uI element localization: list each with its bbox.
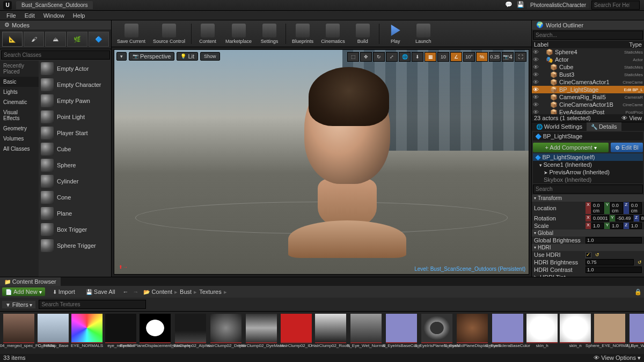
category-geometry[interactable]: Geometry [0, 123, 39, 134]
reset-icon[interactable]: ↺ [595, 252, 599, 257]
coord-space-icon[interactable]: 🌐 [399, 52, 411, 62]
outliner-row[interactable]: 👁📦BP_LightStageEdit BP_L [532, 86, 644, 93]
blueprints-button[interactable]: Blueprints [289, 21, 317, 46]
actor-box-trigger[interactable]: Box Trigger [39, 221, 111, 238]
actor-point-light[interactable]: Point Light [39, 109, 111, 125]
rot-y[interactable]: -50.49 [616, 215, 633, 221]
scene-tab[interactable]: Bust_ScanScene_Outdoors [16, 1, 93, 9]
asset-item[interactable]: S_EyeMidPlaneDisplacement [456, 314, 489, 352]
actor-player-start[interactable]: Player Start [39, 125, 111, 141]
asset-item[interactable]: S_Eye_Wet_Normal [349, 314, 383, 352]
add-component-button[interactable]: + Add Component ▾ [533, 143, 609, 152]
outliner-row[interactable]: 👁📦Bust3StaticMes [532, 71, 644, 78]
outliner-row[interactable]: 👁📦CubeStaticMes [532, 63, 644, 71]
asset-item[interactable]: CH2_exp04_merged_spec_FC_FINAL [2, 314, 35, 352]
angle-snap-value[interactable]: 10° [463, 52, 475, 62]
outliner-search[interactable] [533, 31, 643, 40]
viewport-dropdown[interactable]: ▾ [116, 52, 127, 61]
breadcrumb[interactable]: 📂Content▸Bust▸Textures▸ [143, 289, 227, 295]
asset-item[interactable]: S_EyeIrisBaseColor [385, 314, 418, 352]
tab-details[interactable]: 🔧 Details [587, 122, 621, 131]
actor-cube[interactable]: Cube [39, 141, 111, 157]
tab-world-settings[interactable]: 🌐 World Settings [532, 122, 587, 131]
show-button[interactable]: Show [200, 52, 220, 61]
menu-file[interactable]: File [2, 12, 20, 19]
world-outliner-tab[interactable]: 🌍World Outliner [532, 20, 644, 29]
outliner-row[interactable]: 👁📦EyeAdaptionPostPostProc [532, 108, 644, 114]
add-new-button[interactable]: 📄 Add New ▾ [2, 287, 45, 296]
asset-item[interactable]: Sphere_EYE_NORMALS [593, 314, 626, 352]
foliage-mode-icon[interactable]: 🌿 [67, 32, 87, 47]
place-mode-icon[interactable]: 📐 [2, 32, 23, 47]
component-item[interactable]: ➤ PrevisArrow (Inherited) [533, 168, 643, 176]
viewport-maximize-icon[interactable]: ⛶ [515, 52, 526, 62]
build-button[interactable]: Build [349, 21, 376, 46]
asset-item[interactable]: HairClump02_Alpha [174, 314, 207, 352]
asset-item[interactable]: CubeMap_Base [38, 314, 69, 352]
search-textures-input[interactable] [39, 300, 146, 309]
filters-button[interactable]: ▼ Filters ▾ [2, 301, 35, 308]
transform-move-icon[interactable]: ✥ [360, 52, 372, 62]
category-basic[interactable]: Basic [0, 77, 39, 87]
asset-item[interactable]: EyeMidPlaneDisplacement_Example [138, 314, 172, 352]
play-button[interactable]: Play [382, 21, 409, 46]
category-all-classes[interactable]: All Classes [0, 144, 39, 154]
edit-blueprint-button[interactable]: ⚙ Edit Bl [611, 143, 643, 152]
import-button[interactable]: ⬇ Import [49, 287, 78, 296]
geometry-mode-icon[interactable]: 🔷 [89, 32, 109, 47]
transform-rotate-icon[interactable]: ↻ [373, 52, 385, 62]
rot-z[interactable]: 82.786 [640, 215, 644, 221]
lock-icon[interactable]: 🔒 [634, 289, 642, 295]
actor-sphere[interactable]: Sphere [39, 157, 111, 173]
scale-x[interactable]: 1.0 [591, 223, 604, 229]
crumb-content[interactable]: Content [152, 289, 173, 295]
viewport[interactable]: ▾ 📷 Perspective 💡 Lit Show ⬚ ✥ ↻ ⤢ 🌐 ⬇ ▦… [114, 49, 529, 275]
component-item[interactable]: Skybox (Inherited) [533, 176, 643, 183]
details-search[interactable] [533, 184, 643, 194]
component-root[interactable]: 🔷 BP_LightStage(self) [533, 153, 643, 161]
outliner-row[interactable]: 👁🎭ActorActor [532, 56, 644, 63]
view-options-button[interactable]: 👁 View Options ▾ [594, 354, 641, 361]
crumb-bust[interactable]: Bust [180, 289, 192, 295]
asset-item[interactable]: HairClump02_ID [280, 314, 312, 352]
modes-tab[interactable]: ⚙Modes [0, 20, 111, 29]
category-lights[interactable]: Lights [0, 87, 39, 97]
landscape-mode-icon[interactable]: ⛰ [45, 32, 65, 47]
reset-icon[interactable]: ↺ [638, 260, 642, 265]
transform-scale-icon[interactable]: ⤢ [386, 52, 398, 62]
category-visual-effects[interactable]: Visual Effects [0, 107, 39, 123]
paint-mode-icon[interactable]: 🖌 [24, 32, 44, 47]
help-search[interactable] [591, 1, 640, 10]
category-cinematic[interactable]: Cinematic [0, 97, 39, 107]
message-icon[interactable]: 💬 [505, 1, 514, 10]
actor-empty-actor[interactable]: Empty Actor [39, 61, 111, 77]
actor-empty-character[interactable]: Empty Character [39, 77, 111, 93]
asset-item[interactable]: S_EyeScleraBaseColor [491, 314, 524, 352]
asset-item[interactable]: HairClump02_DyeMask [245, 314, 278, 352]
scale-y[interactable]: 1.0 [610, 223, 623, 229]
grid-snap-toggle[interactable]: ▦ [425, 52, 436, 62]
use-hdri-checkbox[interactable] [586, 252, 591, 258]
outliner-row[interactable]: 👁📦CineCameraActor1CineCame [532, 78, 644, 86]
loc-x[interactable]: 0.0 cm [591, 202, 604, 214]
asset-item[interactable]: skin_h [526, 314, 558, 352]
rot-x[interactable]: 0.0001 [591, 215, 609, 221]
menu-window[interactable]: Window [39, 12, 69, 19]
crumb-textures[interactable]: Textures [199, 289, 222, 295]
outliner-row[interactable]: 👁📦Sphere4StaticMes [532, 48, 644, 56]
actor-sphere-trigger[interactable]: Sphere Trigger [39, 238, 111, 254]
hdri-contrast[interactable]: 1.0 [586, 267, 642, 273]
scale-snap-value[interactable]: 0.25 [489, 52, 501, 62]
marketplace-button[interactable]: Marketplace [222, 21, 255, 46]
component-item[interactable]: ▾ Scene1 (Inherited) [533, 161, 643, 168]
outliner-row[interactable]: 👁📦CameraRig_Rail5CameraR [532, 93, 644, 101]
content-button[interactable]: Content [194, 21, 221, 46]
menu-edit[interactable]: Edit [20, 12, 39, 19]
asset-item[interactable]: T_Eye_Wet_Normal [628, 314, 644, 352]
save-all-button[interactable]: 💾 Save All [83, 287, 119, 296]
content-browser-tab[interactable]: 📁 Content Browser [0, 277, 61, 286]
search-classes-input[interactable] [1, 50, 110, 60]
section-transform[interactable]: Transform [532, 195, 644, 202]
outliner-row[interactable]: 👁📦CineCameraActor1BCineCame [532, 101, 644, 108]
loc-z[interactable]: 0.0 cm [630, 202, 642, 214]
